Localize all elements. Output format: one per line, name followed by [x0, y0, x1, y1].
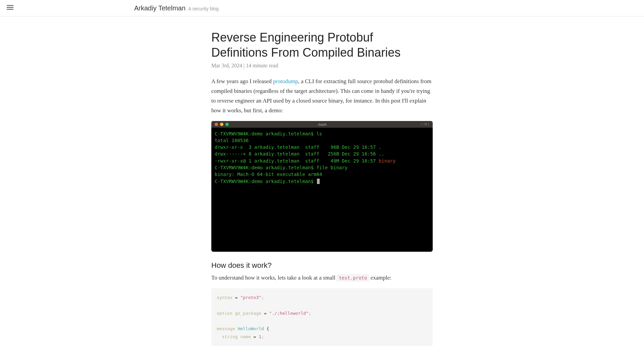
terminal-line: binary: Mach-O 64-bit executable arm64 [215, 171, 429, 178]
svg-rect-0 [7, 5, 13, 6]
terminal-line: total 100536 [215, 137, 429, 144]
section-paragraph: To understand how it works, lets take a … [211, 273, 433, 283]
terminal-line: C-TXVRWV9W4K:demo arkadiy.tetelman$ [215, 178, 429, 185]
cursor-icon [317, 179, 320, 184]
terminal-line: drwxr-xr-x 3 arkadiy.tetelman staff 96B … [215, 144, 429, 150]
terminal-right-label: ⌥⌘1 [420, 122, 429, 126]
terminal-line: -rwxr-xr-x@ 1 arkadiy.tetelman staff 49M… [215, 158, 429, 164]
terminal-body: C-TXVRWV9W4K:demo arkadiy.tetelman$ lsto… [211, 128, 433, 252]
terminal-line: C-TXVRWV9W4K:demo arkadiy.tetelman$ file… [215, 164, 429, 171]
window-minimize-icon [220, 123, 223, 126]
svg-rect-1 [7, 7, 13, 8]
article-meta: Mar 3rd, 2024 | 14 minute read [211, 63, 433, 69]
brand-tagline: A security blog [188, 6, 219, 11]
section-title: How does it work? [211, 261, 433, 270]
terminal-title: -bash [317, 122, 327, 126]
svg-rect-2 [7, 9, 13, 10]
hamburger-menu-icon[interactable] [7, 4, 13, 12]
terminal-titlebar: -bash ⌥⌘1 [211, 121, 433, 128]
terminal-line: drwx------+ 8 arkadiy.tetelman staff 256… [215, 150, 429, 157]
intro-paragraph: A few years ago I released protodump, a … [211, 77, 433, 116]
window-close-icon [215, 123, 218, 126]
site-brand[interactable]: Arkadiy Tetelman A security blog [134, 4, 219, 12]
terminal-demo: -bash ⌥⌘1 C-TXVRWV9W4K:demo arkadiy.tete… [211, 121, 433, 252]
terminal-line: C-TXVRWV9W4K:demo arkadiy.tetelman$ ls [215, 130, 429, 137]
proto-codeblock: syntax = "proto3"; option go_package = "… [211, 288, 433, 346]
inline-code-filename: test.proto [337, 275, 369, 281]
article-title: Reverse Engineering Protobuf Definitions… [211, 30, 433, 60]
protodump-link[interactable]: protodump [273, 78, 298, 84]
brand-name: Arkadiy Tetelman [134, 4, 185, 12]
window-maximize-icon [225, 123, 229, 126]
